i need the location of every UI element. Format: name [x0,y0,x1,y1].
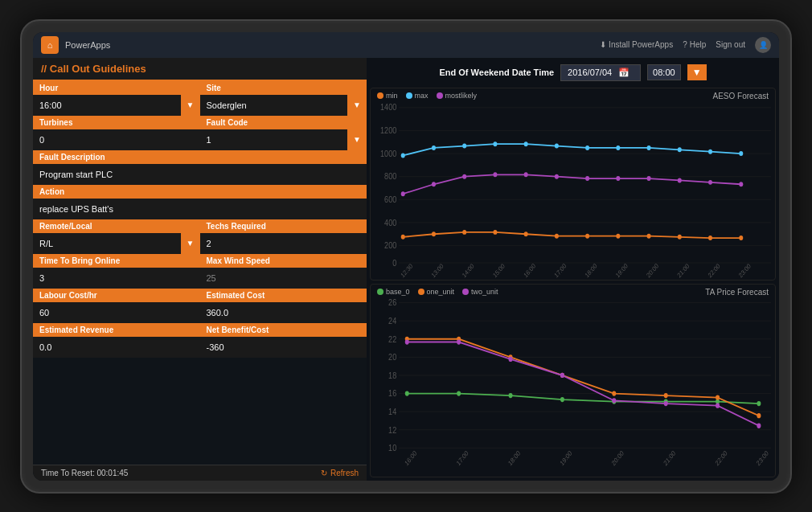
time-dropdown-button[interactable]: ▼ [687,64,707,80]
svg-point-48 [647,176,651,181]
datetime-bar: End Of Weekend Date Time 2016/07/04 📅 08… [370,61,776,84]
svg-point-63 [739,236,743,240]
svg-point-97 [757,401,761,406]
avatar: 👤 [755,37,771,53]
aeso-forecast-chart: min max mostlikely AESO Forecast [370,88,776,281]
remote-techs-row: Remote/Local R/L ▼ Techs Required 2 [33,219,367,254]
svg-point-37 [678,147,682,152]
tablet-frame: ⌂ PowerApps ⬇ Install PowerApps ? Help S… [20,19,792,494]
svg-text:26: 26 [388,297,396,307]
fault-code-label: Fault Code [200,116,367,129]
svg-text:800: 800 [384,171,397,181]
hour-select[interactable]: 16:00 ▼ [33,95,200,116]
svg-text:18:00: 18:00 [584,261,598,279]
svg-text:1000: 1000 [380,148,397,158]
hour-label: Hour [33,81,200,95]
fault-desc-row: Fault Description Program start PLC [33,150,367,185]
fault-code-dropdown-button[interactable]: ▼ [347,129,367,150]
right-panel: End Of Weekend Date Time 2016/07/04 📅 08… [367,58,779,481]
action-input-row: replace UPS Batt's [33,199,367,219]
svg-text:23:00: 23:00 [756,449,770,468]
svg-point-92 [509,393,513,398]
svg-point-105 [757,413,761,418]
svg-text:1200: 1200 [380,125,397,135]
estimated-revenue-group: Estimated Revenue 0.0 [33,323,200,358]
signout-button[interactable]: Sign out [716,40,745,49]
calendar-icon: 📅 [618,68,630,78]
time-to-bring-value: 3 [33,270,200,286]
install-powerapp-button[interactable]: ⬇ Install PowerApps [600,40,673,49]
site-dropdown-button[interactable]: ▼ [347,95,367,116]
max-wind-speed-label: Max Wind Speed [200,254,367,268]
svg-text:22:00: 22:00 [707,261,721,279]
svg-text:600: 600 [384,195,397,204]
svg-text:17:00: 17:00 [455,449,470,468]
app-name: PowerApps [65,40,110,50]
site-select[interactable]: Soderglen ▼ [200,95,367,116]
fault-code-select[interactable]: 1 ▼ [200,129,367,150]
estimated-cost-input-row: 360.0 [200,302,367,323]
svg-text:14:00: 14:00 [461,261,475,279]
form-area: Hour 16:00 ▼ Site Soderglen ▼ [33,81,367,465]
fault-desc-group: Fault Description Program start PLC [33,150,367,185]
svg-point-46 [585,176,589,181]
svg-point-56 [524,231,528,236]
techs-required-value: 2 [200,236,367,252]
estimated-revenue-label: Estimated Revenue [33,323,200,337]
net-benefit-label: Net Benefit/Cost [200,323,367,337]
svg-point-32 [524,141,528,146]
svg-text:21:00: 21:00 [662,449,677,468]
net-benefit-value: -360 [200,339,367,355]
svg-text:20: 20 [388,352,396,362]
svg-point-110 [612,398,616,403]
svg-point-36 [647,145,651,150]
svg-point-103 [664,393,668,398]
remote-local-select[interactable]: R/L ▼ [33,233,200,254]
date-input[interactable]: 2016/07/04 📅 [560,64,641,81]
turbines-faultcode-row: Turbines 0 Fault Code 1 ▼ [33,116,367,150]
svg-text:12:30: 12:30 [400,261,414,279]
svg-point-50 [708,179,712,184]
turbines-group: Turbines 0 [33,116,200,150]
svg-text:16:00: 16:00 [404,449,418,468]
max-wind-speed-group: Max Wind Speed 25 [200,254,367,289]
svg-text:1400: 1400 [380,102,397,112]
svg-text:22:00: 22:00 [714,449,728,468]
help-icon: ? [683,40,687,49]
action-label: Action [33,185,367,199]
estimated-cost-value: 360.0 [200,305,367,321]
max-wind-speed-input-row: 25 [200,268,367,289]
svg-point-35 [616,145,620,150]
action-value: replace UPS Batt's [33,201,367,217]
svg-point-28 [401,153,405,158]
fault-desc-label: Fault Description [33,150,367,164]
site-value: Soderglen [200,97,348,113]
hour-dropdown-button[interactable]: ▼ [181,95,200,116]
svg-point-112 [716,403,720,408]
help-button[interactable]: ? Help [683,40,706,49]
remote-local-dropdown-button[interactable]: ▼ [181,233,200,254]
time-wind-row: Time To Bring Online 3 Max Wind Speed 25 [33,254,367,289]
left-panel: // Call Out Guidelines Hour 16:00 ▼ [33,58,367,481]
home-button[interactable]: ⌂ [41,36,59,54]
svg-point-61 [678,234,682,239]
svg-point-30 [462,143,466,148]
svg-text:16: 16 [388,388,396,398]
svg-point-58 [585,233,589,238]
remote-local-value: R/L [33,236,181,252]
svg-point-33 [555,143,559,148]
estimated-revenue-input-row: 0.0 [33,337,200,358]
max-wind-speed-value: 25 [200,270,367,286]
refresh-button[interactable]: ↻ Refresh [321,469,359,477]
time-to-bring-input-row: 3 [33,268,200,289]
action-group: Action replace UPS Batt's [33,185,367,219]
status-bar: Time To Reset: 00:01:45 ↻ Refresh [33,465,367,481]
time-input[interactable]: 08:00 [647,64,681,80]
svg-point-102 [612,391,616,395]
svg-text:15:00: 15:00 [491,261,506,279]
svg-point-108 [509,357,513,362]
svg-text:10: 10 [388,443,396,453]
avatar-icon: 👤 [759,41,768,49]
svg-point-47 [616,176,620,181]
svg-point-45 [555,174,559,178]
